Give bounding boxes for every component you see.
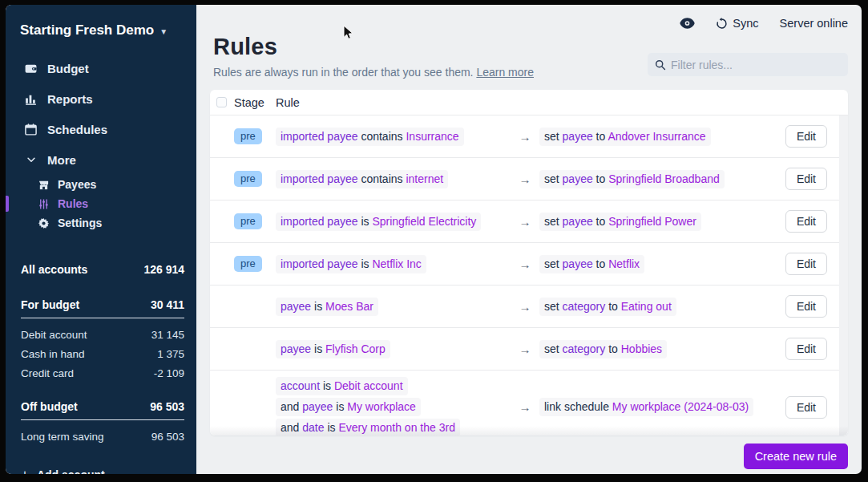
sidebar-item-label: Budget (47, 62, 89, 75)
rule-conditions: imported payee contains Insurrance (276, 128, 511, 146)
account-balance: 1 375 (157, 348, 184, 360)
rule-row[interactable]: pre imported payee is Springfield Electr… (210, 200, 848, 243)
sync-label: Sync (733, 17, 758, 30)
sync-button[interactable]: Sync (716, 17, 758, 30)
sidebar-item-settings[interactable]: Settings (6, 213, 196, 233)
rule-value-text: Andover Insurrance (608, 130, 705, 143)
for-budget-row[interactable]: For budget 30 411 (21, 294, 184, 318)
account-row-cash[interactable]: Cash in hand 1 375 (21, 344, 184, 363)
account-name: Debit account (21, 329, 87, 341)
rule-value-text: Eating out (621, 300, 672, 313)
rule-actions: set category to Eating out (539, 298, 774, 316)
sidebar-item-reports[interactable]: Reports (6, 83, 196, 114)
plus-icon: + (21, 467, 29, 474)
rule-op-text: is (311, 300, 325, 313)
filter-rules-box (648, 53, 848, 76)
sidebar: Starting Fresh Demo ▼ Budget Reports (6, 5, 196, 474)
sidebar-item-budget[interactable]: Budget (6, 53, 196, 83)
rule-row[interactable]: account is Debit accountand payee is My … (210, 371, 848, 435)
edit-rule-button[interactable]: Edit (785, 253, 827, 275)
sidebar-item-payees[interactable]: Payees (6, 175, 196, 194)
search-icon (655, 59, 666, 71)
rule-value-text: My workplace (347, 400, 416, 413)
rule-field-text: payee (563, 215, 593, 228)
rule-op-text: to (605, 300, 620, 313)
sidebar-item-label: More (47, 153, 76, 167)
rule-op-text: set (544, 172, 563, 185)
sidebar-nav: Budget Reports Schedules More (6, 53, 196, 233)
stage-cell: pre (234, 213, 276, 229)
server-status[interactable]: Server online (780, 17, 848, 30)
edit-rule-button[interactable]: Edit (785, 210, 827, 233)
rule-text-chip: payee is Moes Bar (276, 298, 378, 316)
account-name: Credit card (21, 367, 74, 379)
rule-value-text: Flyfish Corp (325, 342, 386, 355)
sidebar-item-label: Rules (58, 197, 88, 210)
rule-op-text: to (605, 342, 620, 355)
bar-chart-icon (24, 92, 38, 106)
rule-field-text: payee (281, 300, 311, 313)
rule-field-text: payee (281, 342, 311, 355)
rule-field-text: payee (563, 130, 593, 143)
edit-rule-button[interactable]: Edit (785, 338, 827, 360)
rule-field-text: category (563, 300, 606, 313)
rule-op-text: is (333, 400, 347, 413)
stage-badge: pre (234, 128, 262, 144)
account-row-debit[interactable]: Debit account 31 145 (21, 325, 184, 344)
add-account-label: Add account (37, 468, 105, 474)
budget-file-menu[interactable]: Starting Fresh Demo ▼ (6, 5, 196, 38)
rule-row[interactable]: pre imported payee contains Insurrance →… (210, 115, 848, 158)
account-group-label: All accounts (21, 263, 87, 276)
arrow-icon: → (511, 257, 539, 271)
rule-text-chip: and date is Every month on the 3rd (276, 419, 460, 435)
rule-op-text: link schedule (544, 400, 612, 413)
off-budget-row[interactable]: Off budget 96 503 (21, 395, 184, 420)
rule-op-text: and (281, 421, 302, 434)
sidebar-item-more[interactable]: More (6, 144, 196, 175)
rule-op-text: is (320, 379, 334, 392)
account-row-saving[interactable]: Long term saving 96 503 (21, 427, 184, 446)
rule-op-text: to (593, 257, 608, 270)
rule-row[interactable]: pre imported payee is Netflix Inc → set … (210, 243, 848, 286)
rule-conditions: imported payee is Netflix Inc (276, 255, 511, 273)
rule-text-chip: set payee to Andover Insurrance (539, 128, 711, 146)
account-row-credit[interactable]: Credit card -2 109 (21, 363, 184, 383)
arrow-icon: → (511, 130, 539, 144)
chevron-down-icon (24, 153, 38, 167)
sidebar-item-rules[interactable]: Rules (6, 194, 196, 213)
store-icon (38, 179, 50, 191)
rule-row[interactable]: payee is Moes Bar → set category to Eati… (210, 286, 848, 328)
rule-value-text: Debit account (334, 379, 403, 392)
sync-icon (716, 18, 728, 30)
all-accounts-row[interactable]: All accounts 126 914 (21, 258, 184, 281)
privacy-toggle-button[interactable] (680, 18, 695, 29)
arrow-icon: → (511, 172, 539, 186)
rule-op-text: contains (358, 172, 406, 185)
rule-row[interactable]: payee is Flyfish Corp → set category to … (210, 328, 848, 371)
edit-rule-button[interactable]: Edit (785, 396, 827, 419)
sidebar-item-schedules[interactable]: Schedules (6, 114, 196, 144)
rule-op-text: set (544, 257, 563, 270)
top-bar: Sync Server online (210, 5, 848, 31)
create-new-rule-button[interactable]: Create new rule (744, 444, 848, 469)
edit-rule-button[interactable]: Edit (785, 168, 827, 190)
arrow-icon: → (511, 342, 539, 356)
select-all-checkbox[interactable] (216, 97, 227, 107)
edit-rule-button[interactable]: Edit (785, 125, 827, 148)
sidebar-item-label: Payees (58, 178, 96, 191)
scrollbar-track[interactable] (839, 115, 848, 435)
arrow-icon: → (511, 215, 539, 229)
rule-text-chip: account is Debit account (276, 377, 408, 395)
rules-table: Stage Rule pre imported payee contains I… (210, 90, 848, 435)
rules-table-body: pre imported payee contains Insurrance →… (210, 115, 848, 435)
edit-rule-button[interactable]: Edit (785, 295, 827, 318)
rule-op-text: is (358, 215, 373, 228)
rule-value-text: Springfield Broadband (608, 172, 720, 185)
add-account-button[interactable]: + Add account (6, 446, 196, 474)
rule-row[interactable]: pre imported payee contains internet → s… (210, 158, 848, 200)
rule-actions: set payee to Springfield Broadband (539, 170, 774, 188)
learn-more-link[interactable]: Learn more (476, 66, 534, 79)
rule-conditions: payee is Moes Bar (276, 298, 511, 316)
accounts-panel: All accounts 126 914 For budget 30 411 D… (6, 258, 196, 446)
filter-rules-input[interactable] (671, 59, 841, 71)
